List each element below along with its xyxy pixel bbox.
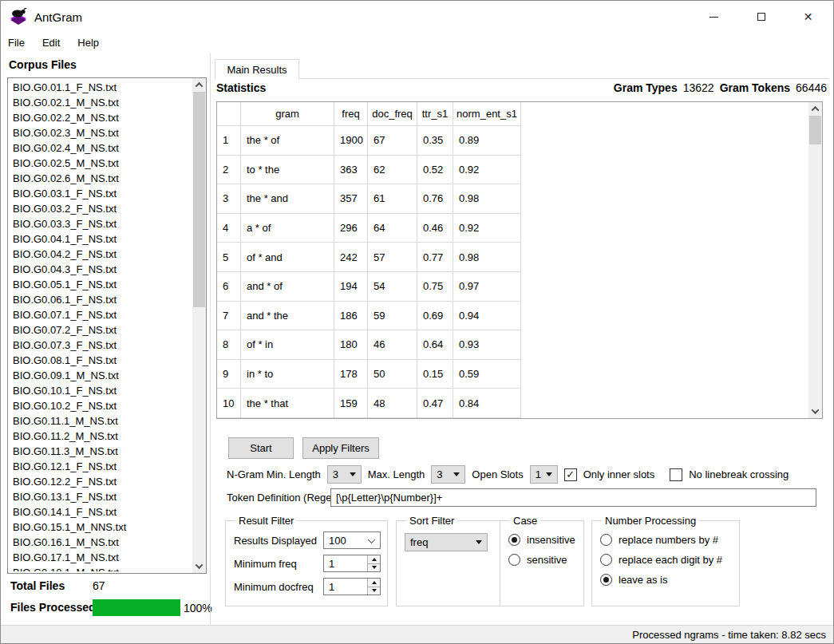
only-inner-slots-checkbox[interactable] xyxy=(564,468,577,481)
case-option-label[interactable]: sensitive xyxy=(527,554,567,566)
corpus-file-item[interactable]: BIO.G0.03.2_F_NS.txt xyxy=(10,201,191,216)
cell-doc_freq[interactable]: 61 xyxy=(368,184,417,213)
corpus-file-item[interactable]: BIO.G0.02.1_M_NS.txt xyxy=(10,95,191,110)
table-row[interactable]: 3the * and357610.760.98 xyxy=(217,184,521,214)
corpus-file-item[interactable]: BIO.G0.04.2_F_NS.txt xyxy=(10,247,191,262)
minimum-freq-spinner[interactable]: 1 xyxy=(323,555,381,572)
scroll-down-button[interactable] xyxy=(808,405,822,418)
radio-button[interactable] xyxy=(600,534,612,546)
corpus-file-item[interactable]: BIO.G0.10.1_F_NS.txt xyxy=(10,383,191,398)
cell-doc_freq[interactable]: 59 xyxy=(368,302,417,330)
corpus-file-item[interactable]: BIO.G0.04.1_F_NS.txt xyxy=(10,231,191,247)
cell-doc_freq[interactable]: 46 xyxy=(368,330,417,359)
corpus-file-item[interactable]: BIO.G0.15.1_M_NNS.txt xyxy=(10,520,191,535)
cell-row-number[interactable]: 7 xyxy=(217,302,241,330)
cell-gram[interactable]: and * of xyxy=(241,272,334,301)
menu-help[interactable]: Help xyxy=(69,34,108,51)
cell-doc_freq[interactable]: 54 xyxy=(368,272,417,301)
header-doc-freq[interactable]: doc_freq xyxy=(368,102,417,125)
cell-doc_freq[interactable]: 64 xyxy=(368,214,417,243)
spin-up-button[interactable] xyxy=(368,555,380,563)
number-processing-option-label[interactable]: replace numbers by # xyxy=(619,534,718,546)
minimize-button[interactable] xyxy=(695,1,733,33)
cell-gram[interactable]: of * in xyxy=(241,330,334,359)
minimum-docfreq-value[interactable]: 1 xyxy=(324,579,367,595)
cell-freq[interactable]: 180 xyxy=(334,330,368,359)
corpus-file-item[interactable]: BIO.G0.09.1_M_NS.txt xyxy=(10,368,191,383)
token-definition-input[interactable] xyxy=(330,488,816,507)
header-ttr-s1[interactable]: ttr_s1 xyxy=(417,102,453,125)
corpus-file-item[interactable]: BIO.G0.02.6_M_NS.txt xyxy=(10,171,191,186)
results-displayed-combobox[interactable]: 100 xyxy=(323,531,381,549)
cell-gram[interactable]: a * of xyxy=(241,214,334,243)
corpus-file-item[interactable]: BIO.G0.01.1_F_NS.txt xyxy=(10,80,191,95)
cell-ttr_s1[interactable]: 0.64 xyxy=(417,330,453,359)
cell-norm_ent_s1[interactable]: 0.94 xyxy=(453,302,521,330)
corpus-file-item[interactable]: BIO.G0.08.1_F_NS.txt xyxy=(10,353,191,368)
cell-norm_ent_s1[interactable]: 0.89 xyxy=(453,126,521,155)
corpus-file-item[interactable]: BIO.G0.17.1_M_NS.txt xyxy=(10,550,191,565)
cell-row-number[interactable]: 8 xyxy=(217,330,241,359)
corpus-file-item[interactable]: BIO.G0.16.1_M_NS.txt xyxy=(10,535,191,550)
corpus-file-item[interactable]: BIO.G0.06.1_F_NS.txt xyxy=(10,292,191,307)
cell-gram[interactable]: in * to xyxy=(241,360,334,389)
corpus-file-item[interactable]: BIO.G0.07.3_F_NS.txt xyxy=(10,338,191,353)
header-norm-ent-s1[interactable]: norm_ent_s1 xyxy=(453,102,521,125)
cell-row-number[interactable]: 1 xyxy=(217,126,241,155)
table-row[interactable]: 9in * to178500.150.59 xyxy=(217,360,521,389)
corpus-file-item[interactable]: BIO.G0.03.1_F_NS.txt xyxy=(10,186,191,201)
corpus-file-item[interactable]: BIO.G0.02.4_M_NS.txt xyxy=(10,140,191,156)
header-gram[interactable]: gram xyxy=(241,102,334,125)
file-list-scrollbar[interactable] xyxy=(192,78,206,573)
corpus-file-item[interactable]: BIO.G0.11.2_M_NS.txt xyxy=(10,429,191,444)
cell-gram[interactable]: the * and xyxy=(241,184,334,213)
cell-ttr_s1[interactable]: 0.77 xyxy=(417,243,453,271)
table-row[interactable]: 5of * and242570.770.98 xyxy=(217,243,521,272)
cell-row-number[interactable]: 2 xyxy=(217,156,241,184)
cell-norm_ent_s1[interactable]: 0.98 xyxy=(453,184,521,213)
corpus-file-item[interactable]: BIO.G0.03.3_F_NS.txt xyxy=(10,216,191,231)
spin-down-button[interactable] xyxy=(368,563,380,572)
cell-norm_ent_s1[interactable]: 0.97 xyxy=(453,272,521,301)
number-processing-option-label[interactable]: replace each digit by # xyxy=(619,554,722,566)
cell-doc_freq[interactable]: 48 xyxy=(368,389,417,417)
cell-doc_freq[interactable]: 57 xyxy=(368,243,417,271)
start-button[interactable]: Start xyxy=(228,437,294,459)
cell-ttr_s1[interactable]: 0.75 xyxy=(417,272,453,301)
corpus-file-item[interactable]: BIO.G0.07.2_F_NS.txt xyxy=(10,322,191,338)
radio-button[interactable] xyxy=(600,554,612,566)
table-row[interactable]: 8of * in180460.640.93 xyxy=(217,330,521,360)
apply-filters-button[interactable]: Apply Filters xyxy=(302,437,379,459)
corpus-file-item[interactable]: BIO.G0.02.2_M_NS.txt xyxy=(10,110,191,125)
scroll-up-button[interactable] xyxy=(808,102,822,116)
corpus-file-item[interactable]: BIO.G0.02.3_M_NS.txt xyxy=(10,125,191,140)
cell-row-number[interactable]: 5 xyxy=(217,243,241,271)
menu-edit[interactable]: Edit xyxy=(34,34,69,51)
menu-file[interactable]: File xyxy=(1,34,34,51)
cell-freq[interactable]: 296 xyxy=(334,214,368,243)
cell-gram[interactable]: the * of xyxy=(241,126,334,155)
scroll-up-button[interactable] xyxy=(192,78,206,92)
sort-filter-dropdown[interactable]: freq xyxy=(405,533,488,551)
cell-gram[interactable]: to * the xyxy=(241,156,334,184)
cell-ttr_s1[interactable]: 0.76 xyxy=(417,184,453,213)
cell-freq[interactable]: 159 xyxy=(334,389,368,417)
maximize-button[interactable] xyxy=(742,1,780,33)
cell-doc_freq[interactable]: 50 xyxy=(368,360,417,389)
max-length-dropdown[interactable]: 3 xyxy=(431,465,465,484)
cell-ttr_s1[interactable]: 0.46 xyxy=(417,214,453,243)
cell-gram[interactable]: and * the xyxy=(241,302,334,330)
spin-down-button[interactable] xyxy=(368,587,380,595)
cell-freq[interactable]: 1900 xyxy=(334,126,368,155)
cell-freq[interactable]: 178 xyxy=(334,360,368,389)
scroll-down-button[interactable] xyxy=(192,559,206,573)
cell-row-number[interactable]: 3 xyxy=(217,184,241,213)
cell-norm_ent_s1[interactable]: 0.93 xyxy=(453,330,521,359)
cell-gram[interactable]: of * and xyxy=(241,243,334,271)
only-inner-slots-label[interactable]: Only inner slots xyxy=(583,468,655,480)
scrollbar-thumb[interactable] xyxy=(193,92,205,307)
no-linebreak-checkbox[interactable] xyxy=(670,468,682,481)
minimum-freq-value[interactable]: 1 xyxy=(324,555,367,571)
cell-doc_freq[interactable]: 67 xyxy=(368,126,417,155)
cell-ttr_s1[interactable]: 0.35 xyxy=(417,126,453,155)
